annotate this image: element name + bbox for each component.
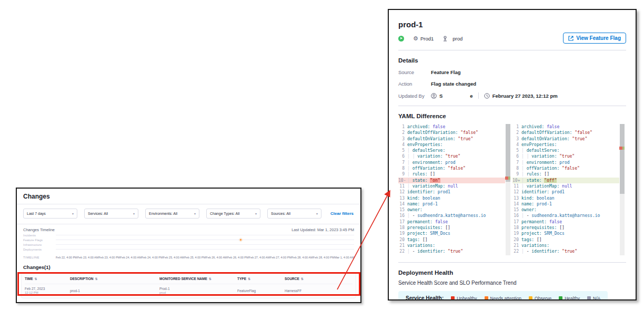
legend-label: N/A xyxy=(593,296,600,301)
timeline-tick-label: Feb 28, 4:00 PM xyxy=(313,256,335,259)
scrollbar[interactable] xyxy=(506,124,510,255)
line-number: 1 xyxy=(398,124,407,130)
column-header-monitored-service-name[interactable]: MONITORED SERVICE NAME⇅ xyxy=(159,277,237,281)
timeline-tick-label: Feb 28, 4:00 AM xyxy=(291,256,313,259)
detail-subheader: ➤ ⚙ Prod1 prod View Feature Flag xyxy=(398,34,626,43)
changes-count-label: Changes(1) xyxy=(17,259,360,273)
line-content: archived: false xyxy=(521,124,619,130)
line-content: archived: false xyxy=(407,124,505,130)
line-number: 13 xyxy=(398,195,407,201)
timeline-row-track xyxy=(56,249,354,250)
column-header-label: TIME xyxy=(25,277,33,281)
filter-dropdown[interactable]: Services: All▾ xyxy=(84,209,138,219)
timeline-row-label: Feature Flags xyxy=(23,239,56,242)
timeline-tick-label: Feb 22, 4:00 PM xyxy=(56,256,77,259)
timeline-row-track xyxy=(56,244,354,245)
divider xyxy=(398,106,626,106)
yaml-diff-view: 1archived: false2defaultOffVariation: "f… xyxy=(398,124,626,255)
filter-dropdown[interactable]: Last 7 days▾ xyxy=(23,209,77,219)
chevron-down-icon: ▾ xyxy=(316,212,318,215)
scrollbar[interactable] xyxy=(620,124,625,255)
updated-at-value: February 27 2023, 12:12 pm xyxy=(492,93,558,99)
column-header-description[interactable]: DESCRIPTION⇅ xyxy=(70,277,159,281)
scrollbar-thumb[interactable] xyxy=(506,124,510,182)
column-header-source[interactable]: SOURCE⇅ xyxy=(285,277,353,281)
timeline-tick-label: Feb 27, 4:00 PM xyxy=(270,256,291,259)
legend-label: Healthy xyxy=(565,296,580,301)
divider xyxy=(398,50,626,50)
timeline-tick-label: Feb 27, 4:00 AM xyxy=(249,256,270,259)
code-line: 9│ rules: [] xyxy=(512,171,619,177)
timeline-tick-label: Feb 24, 4:00 AM xyxy=(120,256,141,259)
sort-icon[interactable]: ⇅ xyxy=(95,277,97,281)
timeline-row-label: Deployments xyxy=(23,248,56,251)
line-content: tags: [] xyxy=(521,237,619,243)
code-line: 15owner: xyxy=(512,207,619,213)
sort-icon[interactable]: ⇅ xyxy=(248,277,250,281)
line-number: 12 xyxy=(512,189,521,195)
environment-chip: prod xyxy=(442,36,462,42)
line-number: 22 xyxy=(398,248,407,254)
clear-filters-link[interactable]: Clear filters xyxy=(330,211,354,216)
service-health-legend: Service Health: UnhealthyNeeds attention… xyxy=(398,291,608,300)
line-content: │ offVariation: "false" xyxy=(521,165,619,171)
code-line: 22│ - identifier: "true" xyxy=(512,248,619,254)
sort-icon[interactable]: ⇅ xyxy=(301,277,304,281)
filter-dropdown[interactable]: Sources: All▾ xyxy=(267,209,321,219)
code-line: 14name: prod-1 xyxy=(512,201,619,207)
line-content: variations: xyxy=(521,243,619,248)
filter-dropdown[interactable]: Change Types: All▾ xyxy=(206,209,260,219)
table-row[interactable]: Feb 27, 2023 12:12 PM prod-1 Prod-1 prod… xyxy=(25,284,353,298)
legend-title: Service Health: xyxy=(406,295,444,300)
detail-row-action: Action Flag state changed xyxy=(398,81,626,87)
view-feature-flag-button[interactable]: View Feature Flag xyxy=(563,33,626,44)
line-content: defaultOffVariation: "false" xyxy=(521,130,619,136)
line-number: 21 xyxy=(398,243,407,248)
line-number: 14 xyxy=(398,201,407,207)
chevron-down-icon: ▾ xyxy=(255,212,257,215)
timeline-row: Feature Flags xyxy=(23,237,354,242)
sort-icon[interactable]: ⇅ xyxy=(209,277,212,281)
line-content: name: prod-1 xyxy=(521,201,619,207)
line-content: │ rules: [] xyxy=(521,171,619,177)
line-number: 3 xyxy=(398,136,407,142)
line-number: 9 xyxy=(398,171,407,177)
line-number: 21 xyxy=(512,243,521,248)
code-line: 1archived: false xyxy=(512,124,619,130)
column-header-time[interactable]: TIME⇅ xyxy=(25,277,70,281)
legend-item-healthy: Healthy xyxy=(559,296,580,301)
line-content: permanent: false xyxy=(521,219,619,225)
change-event-marker[interactable] xyxy=(239,237,243,241)
filter-dropdown-label: Last 7 days xyxy=(27,212,46,215)
line-content: │ │ variation: "true" xyxy=(407,153,505,159)
timeline-tick-label: Feb 23, 4:00 AM xyxy=(77,256,98,259)
line-number: 6 xyxy=(398,153,407,159)
sort-icon[interactable]: ⇅ xyxy=(35,277,37,281)
legend-swatch xyxy=(529,296,532,300)
line-number: 19 xyxy=(398,231,407,236)
detail-row-updated-by: Updated By Se February 27 2023, 12:12 pm xyxy=(398,92,626,99)
line-content: │ rules: [] xyxy=(407,171,505,177)
code-line: 12identifier: prod1 xyxy=(512,189,619,195)
code-line: 18prerequisites: [] xyxy=(398,225,505,231)
details-heading: Details xyxy=(398,57,626,64)
column-header-type[interactable]: TYPE⇅ xyxy=(237,277,285,281)
line-content: owner: xyxy=(407,207,505,213)
yaml-pane-before: 1archived: false2defaultOffVariation: "f… xyxy=(398,124,510,255)
deployment-health-heading: Deployment Health xyxy=(398,269,626,276)
line-number: 2 xyxy=(398,130,407,136)
code-line: 20tags: [] xyxy=(512,237,619,243)
line-content: prerequisites: [] xyxy=(407,225,505,231)
scrollbar-thumb[interactable] xyxy=(620,124,625,194)
line-number: 1 xyxy=(512,124,521,130)
user-icon xyxy=(431,93,437,99)
changes-timeline: Changes Timeline Last Updated: Mar 1, 20… xyxy=(17,224,360,259)
cell-time: Feb 27, 2023 12:12 PM xyxy=(25,287,70,294)
line-content: defaultOnVariation: "true" xyxy=(521,136,619,142)
code-line: 11│ variationMap: null xyxy=(512,183,619,189)
filter-dropdown[interactable]: Environments: All▾ xyxy=(145,209,199,219)
code-line: 11│ variationMap: null xyxy=(398,183,505,189)
code-line: 19project: SRM_Docs xyxy=(398,231,505,236)
line-number: 2 xyxy=(512,130,521,136)
yaml-difference-heading: YAML Difference xyxy=(398,113,626,119)
